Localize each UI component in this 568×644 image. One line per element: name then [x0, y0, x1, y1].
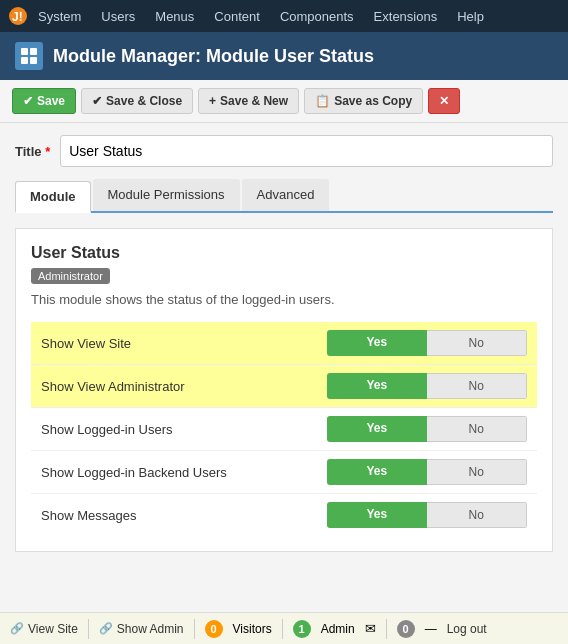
toolbar: ✔ Save ✔ Save & Close + Save & New 📋 Sav… [0, 80, 568, 123]
toggle-control-4: Yes No [327, 502, 527, 528]
toggle-yes-1[interactable]: Yes [327, 373, 427, 399]
save-copy-label: Save as Copy [334, 94, 412, 108]
admin-label: Admin [321, 622, 355, 636]
toggle-control-2: Yes No [327, 416, 527, 442]
toggle-no-4[interactable]: No [427, 502, 528, 528]
toggle-yes-3[interactable]: Yes [327, 459, 427, 485]
tab-module-permissions[interactable]: Module Permissions [93, 179, 240, 211]
save-copy-button[interactable]: 📋 Save as Copy [304, 88, 423, 114]
nav-system[interactable]: System [28, 0, 91, 32]
dash-icon: — [425, 622, 437, 636]
svg-text:J!: J! [12, 10, 23, 24]
toggle-label-0: Show View Site [41, 336, 327, 351]
svg-rect-5 [30, 57, 37, 64]
toggle-yes-0[interactable]: Yes [327, 330, 427, 356]
toggle-control-1: Yes No [327, 373, 527, 399]
save-close-label: Save & Close [106, 94, 182, 108]
toggle-yes-2[interactable]: Yes [327, 416, 427, 442]
toggle-rows: Show View Site Yes No Show View Administ… [31, 322, 537, 536]
divider-2 [194, 619, 195, 639]
toggle-no-2[interactable]: No [427, 416, 528, 442]
toggle-label-4: Show Messages [41, 508, 327, 523]
show-admin-icon: 🔗 [99, 622, 113, 635]
admin-badge: Administrator [31, 268, 110, 284]
visitors-badge: 0 [205, 620, 223, 638]
module-panel: User Status Administrator This module sh… [15, 228, 553, 552]
svg-rect-2 [21, 48, 28, 55]
toggle-row: Show Messages Yes No [31, 494, 537, 536]
divider-3 [282, 619, 283, 639]
svg-rect-3 [30, 48, 37, 55]
nav-items: System Users Menus Content Components Ex… [28, 0, 494, 32]
nav-components[interactable]: Components [270, 0, 364, 32]
module-section-title: User Status [31, 244, 537, 262]
save-new-label: Save & New [220, 94, 288, 108]
header-bar: Module Manager: Module User Status [0, 32, 568, 80]
module-description: This module shows the status of the logg… [31, 292, 537, 307]
title-input[interactable] [60, 135, 553, 167]
top-navigation: J! System Users Menus Content Components… [0, 0, 568, 32]
copy-icon: 📋 [315, 94, 330, 108]
tab-module[interactable]: Module [15, 181, 91, 213]
messages-badge: 0 [397, 620, 415, 638]
nav-help[interactable]: Help [447, 0, 494, 32]
content-area: Title * Module Module Permissions Advanc… [0, 123, 568, 564]
nav-extensions[interactable]: Extensions [364, 0, 448, 32]
toggle-no-0[interactable]: No [427, 330, 528, 356]
tab-bar: Module Module Permissions Advanced [15, 179, 553, 213]
svg-rect-4 [21, 57, 28, 64]
save-close-button[interactable]: ✔ Save & Close [81, 88, 193, 114]
toggle-label-1: Show View Administrator [41, 379, 327, 394]
close-icon: ✕ [439, 94, 449, 108]
view-site-icon: 🔗 [10, 622, 24, 635]
divider-1 [88, 619, 89, 639]
save-icon: ✔ [23, 94, 33, 108]
toggle-no-1[interactable]: No [427, 373, 528, 399]
module-icon [15, 42, 43, 70]
title-label: Title * [15, 144, 50, 159]
tab-advanced[interactable]: Advanced [242, 179, 330, 211]
view-site-item: 🔗 View Site [10, 622, 78, 636]
nav-menus[interactable]: Menus [145, 0, 204, 32]
toggle-row: Show Logged-in Backend Users Yes No [31, 451, 537, 494]
joomla-logo: J! [8, 6, 28, 26]
save-new-button[interactable]: + Save & New [198, 88, 299, 114]
toggle-row: Show Logged-in Users Yes No [31, 408, 537, 451]
view-site-link[interactable]: View Site [28, 622, 78, 636]
logout-link[interactable]: Log out [447, 622, 487, 636]
visitors-label: Visitors [233, 622, 272, 636]
close-button[interactable]: ✕ [428, 88, 460, 114]
required-indicator: * [45, 144, 50, 159]
plus-icon: + [209, 94, 216, 108]
divider-4 [386, 619, 387, 639]
toggle-row: Show View Administrator Yes No [31, 365, 537, 408]
show-admin-item: 🔗 Show Admin [99, 622, 184, 636]
toggle-control-0: Yes No [327, 330, 527, 356]
toggle-yes-4[interactable]: Yes [327, 502, 427, 528]
toggle-row: Show View Site Yes No [31, 322, 537, 365]
message-icon: ✉ [365, 621, 376, 636]
nav-content[interactable]: Content [204, 0, 270, 32]
toggle-label-3: Show Logged-in Backend Users [41, 465, 327, 480]
show-admin-link[interactable]: Show Admin [117, 622, 184, 636]
page-title: Module Manager: Module User Status [53, 46, 374, 67]
toggle-no-3[interactable]: No [427, 459, 528, 485]
save-button[interactable]: ✔ Save [12, 88, 76, 114]
nav-users[interactable]: Users [91, 0, 145, 32]
save-label: Save [37, 94, 65, 108]
status-bar: 🔗 View Site 🔗 Show Admin 0 Visitors 1 Ad… [0, 612, 568, 644]
title-row: Title * [15, 135, 553, 167]
toggle-label-2: Show Logged-in Users [41, 422, 327, 437]
toggle-control-3: Yes No [327, 459, 527, 485]
admin-count-badge: 1 [293, 620, 311, 638]
check-icon: ✔ [92, 94, 102, 108]
